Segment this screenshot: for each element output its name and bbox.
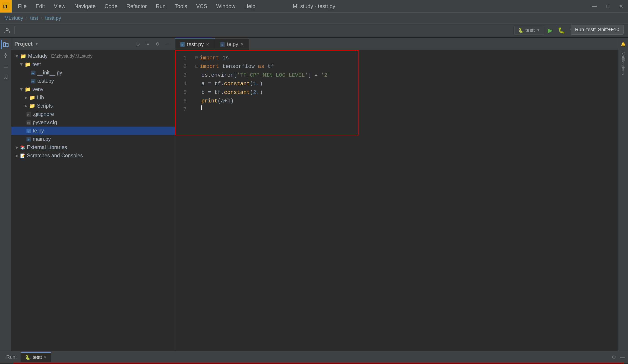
run-tab-close[interactable]: ✕ xyxy=(44,355,47,359)
code-tensorflow: tensorflow xyxy=(219,62,258,71)
menu-run[interactable]: Run xyxy=(152,2,169,11)
run-button[interactable]: ▶ xyxy=(545,25,555,35)
debug-button[interactable]: 🐛 xyxy=(556,25,566,35)
run-tab-py-icon: 🐍 xyxy=(25,355,31,360)
breadcrumb-sep1: › xyxy=(26,15,27,21)
menu-vcs[interactable]: VCS xyxy=(192,2,211,11)
code-content[interactable]: ⊟ import os ⊟ import tensorflow as tf os… xyxy=(191,50,618,351)
sidebar-commit-icon[interactable] xyxy=(1,51,10,60)
maximize-button[interactable]: □ xyxy=(601,0,615,12)
menu-tools[interactable]: Tools xyxy=(170,2,191,11)
menu-navigate[interactable]: Navigate xyxy=(71,2,100,11)
code-eq: ] = xyxy=(308,71,321,80)
project-settings-icon[interactable]: ⚙ xyxy=(154,40,162,48)
run-config-selector[interactable]: 🐍 testt ▼ xyxy=(514,26,544,35)
line-num-6: 6 xyxy=(175,97,187,105)
svg-rect-5 xyxy=(3,43,5,47)
sidebar-structure-icon[interactable] xyxy=(1,61,10,71)
tree-gitignore-label: .gitignore xyxy=(33,111,54,117)
tab-te-py-icon: py xyxy=(220,42,225,47)
red-highlight-console xyxy=(13,363,624,364)
tab-te-label: te.py xyxy=(227,41,238,47)
line-num-2: 2 xyxy=(175,62,187,71)
tree-testt-py-label: testt.py xyxy=(37,78,54,84)
breadcrumb-file[interactable]: testt.py xyxy=(45,15,61,21)
tree-scratches[interactable]: ▶ 📝 Scratches and Consoles xyxy=(11,152,175,160)
svg-text:IJ: IJ xyxy=(3,4,7,9)
project-arrow[interactable]: ▾ xyxy=(36,42,38,46)
sidebar-bookmark-icon[interactable] xyxy=(1,72,10,82)
breadcrumb: MLstudy › test › testt.py xyxy=(0,12,628,24)
run-tab-label: testt xyxy=(32,354,42,360)
tab-testt-py-icon: py xyxy=(180,42,185,47)
tree-init-py[interactable]: py __init__.py xyxy=(11,68,175,77)
tree-gitignore[interactable]: git .gitignore xyxy=(11,110,175,118)
breadcrumb-subfolder[interactable]: test xyxy=(30,15,38,21)
editor-area: py testt.py ✕ py te.py ✕ 1 2 3 xyxy=(175,38,618,351)
left-sidebar-icons xyxy=(0,38,11,351)
project-collapse-icon[interactable]: ≡ xyxy=(144,40,152,48)
line-num-4: 4 xyxy=(175,80,187,88)
fold-icon-2[interactable]: ⊟ xyxy=(195,62,198,71)
menu-refactor[interactable]: Refactor xyxy=(122,2,151,11)
right-sidebar: 🔔 Notifications xyxy=(618,38,628,351)
menu-view[interactable]: View xyxy=(50,2,70,11)
code-editor[interactable]: 1 2 3 4 5 6 7 ⊟ import os ⊟ import xyxy=(175,50,618,351)
minimize-button[interactable]: — xyxy=(588,0,601,12)
tab-testt-close[interactable]: ✕ xyxy=(206,42,209,47)
run-side-icons: ▶ ⟳ ≡ xyxy=(0,363,13,364)
menu-help[interactable]: Help xyxy=(240,2,259,11)
bottom-settings-icon[interactable]: ⚙ xyxy=(612,354,616,360)
account-button[interactable] xyxy=(2,25,12,35)
project-title: Project xyxy=(14,41,32,47)
app-icon: IJ xyxy=(0,0,12,12)
tree-testt-py[interactable]: py testt.py xyxy=(11,77,175,85)
code-line-7 xyxy=(195,105,613,110)
menu-edit[interactable]: Edit xyxy=(32,2,49,11)
chevron-test: ▶ xyxy=(19,63,24,66)
project-locate-icon[interactable]: ⊕ xyxy=(134,40,142,48)
bottom-tabs: Run: 🐍 testt ✕ ⚙ — xyxy=(0,352,628,363)
tree-pyvenv-cfg[interactable]: cfg pyvenv.cfg xyxy=(11,118,175,127)
tab-testt-label: testt.py xyxy=(187,42,204,48)
kw-import-2: import xyxy=(200,62,219,71)
chevron-venv: ▶ xyxy=(19,88,24,91)
folder-icon-lib: 📁 xyxy=(29,95,35,101)
tree-venv-folder[interactable]: ▶ 📁 venv xyxy=(11,85,175,93)
tree-te-py[interactable]: py te.py xyxy=(11,127,175,135)
menu-code[interactable]: Code xyxy=(100,2,121,11)
console-area: C:\Users\think\.conda\envs\tensorflow\py… xyxy=(13,363,628,364)
code-os-env: os.environ[ xyxy=(201,71,237,80)
tree-scripts-folder[interactable]: ▶ 📁 Scripts xyxy=(11,102,175,110)
tree-main-py-label: main.py xyxy=(33,136,51,142)
tab-testt-py[interactable]: py testt.py ✕ xyxy=(175,39,215,50)
tree-root[interactable]: ▶ 📁 MLstudy E:\zhystudy\MLstudy xyxy=(11,52,175,60)
code-num1: 1. xyxy=(253,80,259,88)
line-num-7: 7 xyxy=(175,105,187,114)
close-button[interactable]: ✕ xyxy=(615,0,628,12)
svg-text:py: py xyxy=(181,43,183,46)
tree-main-py[interactable]: py main.py xyxy=(11,135,175,143)
tree-external-libs[interactable]: ▶ 📚 External Libraries xyxy=(11,143,175,152)
code-a-eq: a = tf. xyxy=(201,80,224,88)
extlibs-icon: 📚 xyxy=(20,145,25,150)
bottom-content: ▶ ⟳ ≡ xyxy=(0,363,628,364)
run-tab-testt[interactable]: 🐍 testt ✕ xyxy=(21,352,51,362)
tab-te-close[interactable]: ✕ xyxy=(240,42,244,47)
fold-icon-1[interactable]: ⊟ xyxy=(195,54,198,62)
project-gear-icon[interactable]: — xyxy=(163,40,171,48)
notifications-label[interactable]: Notifications xyxy=(621,52,626,75)
notifications-icon[interactable]: 🔔 xyxy=(619,40,627,48)
menu-window[interactable]: Window xyxy=(212,2,239,11)
menu-file[interactable]: File xyxy=(14,2,31,11)
tree-scripts-label: Scripts xyxy=(37,103,53,109)
tree-extlibs-label: External Libraries xyxy=(27,144,67,150)
sidebar-project-icon[interactable] xyxy=(1,40,10,49)
breadcrumb-project[interactable]: MLstudy xyxy=(4,15,23,21)
tree-test-folder[interactable]: ▶ 📁 test xyxy=(11,60,175,68)
chevron-root: ▶ xyxy=(15,55,19,58)
tab-te-py[interactable]: py te.py ✕ xyxy=(215,39,249,50)
bottom-minimize-icon[interactable]: — xyxy=(620,354,625,360)
svg-text:py: py xyxy=(221,43,223,46)
tree-lib-folder[interactable]: ▶ 📁 Lib xyxy=(11,93,175,102)
